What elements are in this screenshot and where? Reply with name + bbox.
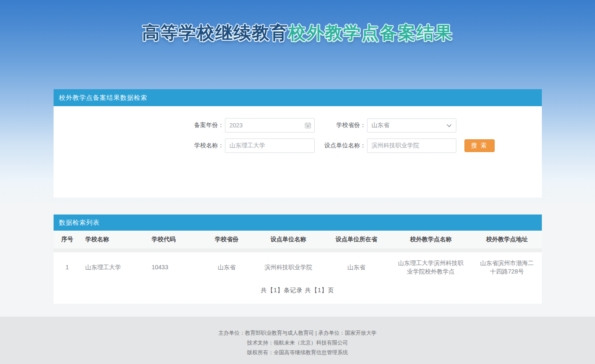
chevron-down-icon [447, 122, 452, 129]
search-form-row-2: 学校名称： 设点单位名称： 搜 索 [182, 138, 542, 153]
province-select[interactable]: 山东省 [367, 119, 456, 133]
cell-index: 1 [54, 250, 81, 282]
cell-unit-province: 山东省 [324, 250, 390, 282]
pagination-summary: 共【1】条记录 共【1】页 [54, 282, 542, 304]
result-panel-header: 数据检索列表 [54, 214, 542, 231]
col-header-site-address: 校外教学点地址 [473, 231, 542, 250]
result-panel: 数据检索列表 序号 学校名称 学校代码 学校省份 设点单位名称 设点单位所在省 … [54, 214, 542, 304]
main-content: 校外教学点备案结果数据检索 备案年份： [54, 0, 542, 304]
footer-copyright-line: 版权所有：全国高等继续教育信息管理系统 [0, 348, 595, 358]
col-header-school-code: 学校代码 [145, 231, 200, 250]
cell-school-province: 山东省 [200, 250, 253, 282]
cell-site-address: 山东省滨州市渤海二十四路728号 [473, 250, 542, 282]
footer-organizer-line: 主办单位：教育部职业教育与成人教育司 | 承办单位：国家开放大学 [0, 328, 595, 338]
cell-site-name: 山东理工大学滨州科技职业学院校外教学点 [390, 250, 473, 282]
footer-tech-support-line: 技术支持：领航未来（北京）科技有限公司 [0, 338, 595, 348]
page-footer: 主办单位：教育部职业教育与成人教育司 | 承办单位：国家开放大学 技术支持：领航… [0, 316, 595, 364]
search-button[interactable]: 搜 索 [464, 139, 495, 152]
search-form: 备案年份： [54, 106, 542, 198]
calendar-icon[interactable] [305, 122, 311, 130]
school-field-label: 学校名称： [182, 142, 224, 150]
table-row: 1 山东理工大学 10433 山东省 滨州科技职业学院 山东省 山东理工大学滨州… [54, 250, 542, 282]
result-table: 序号 学校名称 学校代码 学校省份 设点单位名称 设点单位所在省 校外教学点名称… [54, 231, 542, 282]
school-name-input[interactable] [225, 138, 315, 153]
cell-unit-name: 滨州科技职业学院 [253, 250, 324, 282]
col-header-index: 序号 [54, 231, 81, 250]
col-header-site-name: 校外教学点名称 [390, 231, 473, 250]
col-header-school-name: 学校名称 [81, 231, 145, 250]
search-form-row-1: 备案年份： [182, 118, 542, 133]
unit-field-label: 设点单位名称： [315, 142, 366, 150]
col-header-school-province: 学校省份 [200, 231, 253, 250]
col-header-unit-province: 设点单位所在省 [324, 231, 390, 250]
province-select-value: 山东省 [372, 121, 390, 129]
search-panel-header: 校外教学点备案结果数据检索 [54, 89, 542, 106]
cell-school-code: 10433 [145, 250, 200, 282]
unit-name-input[interactable] [367, 138, 456, 153]
school-field-wrap [225, 138, 315, 153]
unit-field-wrap [367, 138, 456, 153]
province-field-label: 学校省份： [315, 121, 366, 129]
col-header-unit-name: 设点单位名称 [253, 231, 324, 250]
search-panel: 校外教学点备案结果数据检索 备案年份： [54, 89, 542, 198]
table-header-row: 序号 学校名称 学校代码 学校省份 设点单位名称 设点单位所在省 校外教学点名称… [54, 231, 542, 250]
cell-school-name: 山东理工大学 [81, 250, 145, 282]
year-field-wrap [225, 118, 315, 133]
year-field-label: 备案年份： [182, 121, 224, 129]
year-input[interactable] [225, 118, 315, 133]
